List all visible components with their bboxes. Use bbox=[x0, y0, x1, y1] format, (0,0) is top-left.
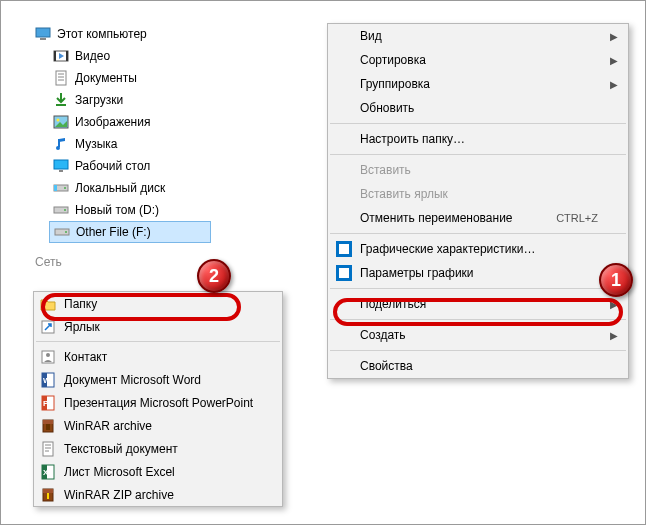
ctx-new-zip[interactable]: WinRAR ZIP archive bbox=[34, 483, 282, 506]
tree-label: Сеть bbox=[35, 255, 62, 269]
tree-item-images[interactable]: Изображения bbox=[49, 111, 211, 133]
tree-label: Other File (F:) bbox=[76, 225, 151, 239]
badge-step-2: 2 bbox=[197, 259, 231, 293]
context-menu-create: Папку Ярлык Контакт WДокумент Microsoft … bbox=[33, 291, 283, 507]
ctx-new-contact[interactable]: Контакт bbox=[34, 345, 282, 368]
chevron-right-icon: ▶ bbox=[610, 79, 618, 90]
tree-item-music[interactable]: Музыка bbox=[49, 133, 211, 155]
tree-item-this-pc[interactable]: Этот компьютер bbox=[31, 23, 211, 45]
ctx-undo-rename[interactable]: Отменить переименованиеCTRL+Z bbox=[328, 206, 628, 230]
pc-icon bbox=[35, 26, 51, 42]
ctx-properties[interactable]: Свойства bbox=[328, 354, 628, 378]
svg-rect-39 bbox=[46, 424, 50, 430]
ctx-new-excel[interactable]: XЛист Microsoft Excel bbox=[34, 460, 282, 483]
tree-item-downloads[interactable]: Загрузки bbox=[49, 89, 211, 111]
svg-rect-1 bbox=[40, 38, 46, 40]
desktop-icon bbox=[53, 158, 69, 174]
tree-item-desktop[interactable]: Рабочий стол bbox=[49, 155, 211, 177]
svg-rect-25 bbox=[339, 244, 349, 254]
svg-rect-0 bbox=[36, 28, 50, 37]
svg-rect-38 bbox=[43, 420, 53, 424]
tree-label: Загрузки bbox=[75, 93, 123, 107]
ctx-customize-folder[interactable]: Настроить папку… bbox=[328, 127, 628, 151]
svg-text:W: W bbox=[43, 376, 51, 385]
tree-label: Рабочий стол bbox=[75, 159, 150, 173]
tree-label: Локальный диск bbox=[75, 181, 165, 195]
word-icon: W bbox=[40, 372, 56, 388]
excel-icon: X bbox=[40, 464, 56, 480]
svg-text:P: P bbox=[43, 399, 49, 408]
tree-label: Видео bbox=[75, 49, 110, 63]
svg-point-12 bbox=[57, 119, 60, 122]
contact-icon bbox=[40, 349, 56, 365]
svg-rect-40 bbox=[43, 442, 53, 456]
nav-tree: Этот компьютер Видео Документы Загрузки … bbox=[31, 23, 211, 273]
svg-rect-4 bbox=[66, 51, 68, 61]
ctx-refresh[interactable]: Обновить bbox=[328, 96, 628, 120]
svg-rect-18 bbox=[54, 185, 57, 191]
ctx-paste: Вставить bbox=[328, 158, 628, 182]
chevron-right-icon: ▶ bbox=[610, 299, 618, 310]
ctx-new-powerpoint[interactable]: PПрезентация Microsoft PowerPoint bbox=[34, 391, 282, 414]
ctx-new-shortcut[interactable]: Ярлык bbox=[34, 315, 282, 338]
svg-point-30 bbox=[46, 353, 50, 357]
context-menu-main: Вид▶ Сортировка▶ Группировка▶ Обновить Н… bbox=[327, 23, 629, 379]
shortcut-label: CTRL+Z bbox=[556, 212, 598, 224]
txt-icon bbox=[40, 441, 56, 457]
svg-rect-6 bbox=[56, 71, 66, 85]
ctx-new-folder[interactable]: Папку bbox=[34, 292, 282, 315]
ctx-sort[interactable]: Сортировка▶ bbox=[328, 48, 628, 72]
svg-rect-3 bbox=[54, 51, 56, 61]
shortcut-icon bbox=[40, 319, 56, 335]
downloads-icon bbox=[53, 92, 69, 108]
ctx-new-word[interactable]: WДокумент Microsoft Word bbox=[34, 368, 282, 391]
badge-step-1: 1 bbox=[599, 263, 633, 297]
svg-rect-49 bbox=[47, 493, 49, 499]
tree-item-documents[interactable]: Документы bbox=[49, 67, 211, 89]
rar-icon bbox=[40, 418, 56, 434]
svg-rect-16 bbox=[59, 170, 63, 172]
tree-label: Этот компьютер bbox=[57, 27, 147, 41]
images-icon bbox=[53, 114, 69, 130]
svg-point-21 bbox=[64, 209, 66, 211]
tree-item-local-disk[interactable]: Локальный диск bbox=[49, 177, 211, 199]
tree-item-network[interactable]: Сеть bbox=[31, 251, 211, 273]
svg-rect-27 bbox=[339, 268, 349, 278]
chevron-right-icon: ▶ bbox=[610, 330, 618, 341]
tree-label: Документы bbox=[75, 71, 137, 85]
svg-point-14 bbox=[56, 146, 60, 150]
svg-rect-10 bbox=[56, 104, 66, 106]
ctx-group[interactable]: Группировка▶ bbox=[328, 72, 628, 96]
tree-item-other-file[interactable]: Other File (F:) bbox=[49, 221, 211, 243]
ctx-gfx-params[interactable]: Параметры графики▶ bbox=[328, 261, 628, 285]
ctx-create[interactable]: Создать▶ bbox=[328, 323, 628, 347]
tree-item-videos[interactable]: Видео bbox=[49, 45, 211, 67]
ctx-new-txt[interactable]: Текстовый документ bbox=[34, 437, 282, 460]
tree-item-new-volume[interactable]: Новый том (D:) bbox=[49, 199, 211, 221]
tree-label: Изображения bbox=[75, 115, 150, 129]
svg-point-19 bbox=[64, 187, 66, 189]
folder-icon bbox=[40, 296, 56, 312]
video-icon bbox=[53, 48, 69, 64]
chevron-right-icon: ▶ bbox=[610, 31, 618, 42]
drive-icon bbox=[54, 224, 70, 240]
intel-gfx-icon bbox=[336, 241, 352, 257]
drive-icon bbox=[53, 180, 69, 196]
drive-icon bbox=[53, 202, 69, 218]
tree-label: Новый том (D:) bbox=[75, 203, 159, 217]
svg-text:X: X bbox=[43, 468, 49, 477]
powerpoint-icon: P bbox=[40, 395, 56, 411]
svg-rect-15 bbox=[54, 160, 68, 169]
zip-icon bbox=[40, 487, 56, 503]
intel-gfx-icon bbox=[336, 265, 352, 281]
svg-point-23 bbox=[65, 231, 67, 233]
ctx-gfx-properties[interactable]: Графические характеристики… bbox=[328, 237, 628, 261]
music-icon bbox=[53, 136, 69, 152]
ctx-new-rar[interactable]: WinRAR archive bbox=[34, 414, 282, 437]
docs-icon bbox=[53, 70, 69, 86]
ctx-share[interactable]: Поделиться▶ bbox=[328, 292, 628, 316]
ctx-paste-shortcut: Вставить ярлык bbox=[328, 182, 628, 206]
ctx-view[interactable]: Вид▶ bbox=[328, 24, 628, 48]
chevron-right-icon: ▶ bbox=[610, 55, 618, 66]
tree-label: Музыка bbox=[75, 137, 117, 151]
